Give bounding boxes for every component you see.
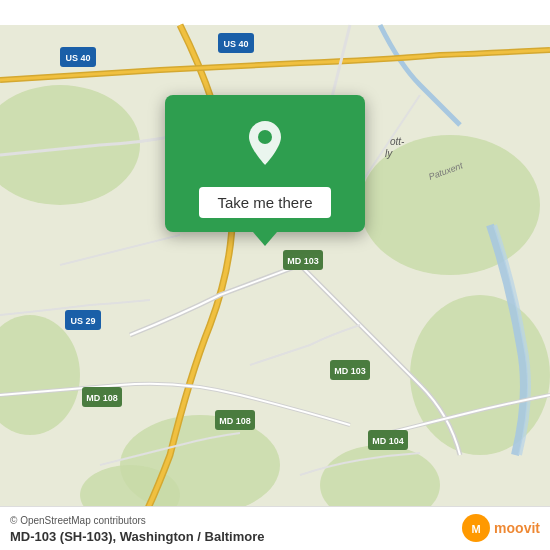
take-me-there-button[interactable]: Take me there	[199, 187, 330, 218]
moovit-logo: M moovit	[462, 514, 540, 542]
svg-text:MD 108: MD 108	[219, 416, 251, 426]
svg-text:MD 104: MD 104	[372, 436, 404, 446]
svg-text:ly: ly	[385, 148, 393, 159]
svg-text:US 40: US 40	[223, 39, 248, 49]
map-container[interactable]: US 40 US 40 US 29 US 29 MD 103 MD 103 MD…	[0, 0, 550, 550]
svg-text:MD 103: MD 103	[287, 256, 319, 266]
svg-text:MD 108: MD 108	[86, 393, 118, 403]
map-background: US 40 US 40 US 29 US 29 MD 103 MD 103 MD…	[0, 0, 550, 550]
bottom-bar: © OpenStreetMap contributors MD-103 (SH-…	[0, 506, 550, 550]
route-title: MD-103 (SH-103), Washington / Baltimore	[10, 529, 265, 544]
popup-arrow	[253, 232, 277, 246]
svg-text:MD 103: MD 103	[334, 366, 366, 376]
location-popup: Take me there	[160, 95, 370, 246]
location-icon-wrap	[235, 113, 295, 173]
moovit-logo-icon: M	[462, 514, 490, 542]
svg-text:US 29: US 29	[70, 316, 95, 326]
popup-box: Take me there	[165, 95, 365, 232]
svg-text:US 40: US 40	[65, 53, 90, 63]
svg-text:ott-: ott-	[390, 136, 405, 147]
map-attribution: © OpenStreetMap contributors	[10, 515, 540, 526]
svg-text:M: M	[472, 523, 481, 535]
svg-point-29	[258, 130, 272, 144]
location-pin-icon	[239, 117, 291, 169]
moovit-brand-text: moovit	[494, 520, 540, 536]
